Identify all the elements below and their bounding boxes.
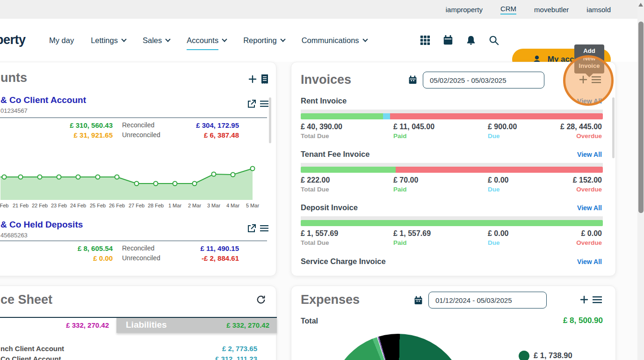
invoice-stacked-bar [301, 113, 603, 119]
bar-overdue-segment [396, 167, 603, 173]
x-axis-tick-label: 24 Feb [70, 203, 86, 208]
click-highlight-circle [563, 55, 614, 106]
view-all-link[interactable]: View All [577, 258, 602, 265]
data-point-marker [193, 182, 197, 186]
balance-row-label: nch Client Account [0, 345, 64, 353]
nav-item-accounts[interactable]: Accounts [187, 36, 226, 45]
tab-assets[interactable]: £ 332, 270.42 [0, 318, 116, 333]
view-all-link[interactable]: View All [577, 204, 602, 212]
calendar-icon[interactable] [414, 296, 423, 305]
scrollbar-thumb[interactable] [638, 22, 644, 213]
tab-liabilities[interactable]: Liabilities £ 332, 270.42 [116, 318, 277, 333]
data-point-marker [135, 182, 139, 186]
account-number: 01234567 [0, 107, 28, 114]
main-nav: perty My day Lettings Sales Accounts Rep… [0, 19, 637, 62]
link-crm[interactable]: CRM [500, 5, 516, 15]
x-axis-tick-label: 26 Feb [109, 203, 125, 208]
panel-scrollbar[interactable] [269, 97, 271, 143]
total-due-label: Total Due [301, 186, 329, 193]
data-point-marker [38, 175, 42, 179]
legend-value: £ 1, 738.90 [534, 351, 572, 360]
chevron-down-icon [362, 37, 368, 42]
refresh-icon[interactable] [256, 294, 266, 305]
data-point-marker [251, 167, 255, 171]
invoices-date-range-input[interactable] [423, 72, 544, 88]
paid-value: £ 11, 045.00 [393, 123, 434, 131]
data-point-marker [173, 182, 177, 186]
notifications-bell-icon[interactable] [466, 35, 476, 45]
unreconciled-label: Unreconciled [122, 254, 160, 262]
add-expense-icon[interactable] [580, 295, 588, 304]
menu-icon[interactable] [260, 101, 268, 107]
overdue-value: £ 152.00 [573, 176, 602, 184]
due-value: £ 0.00 [488, 229, 508, 238]
funds-value: £ 31, 921.65 [74, 131, 113, 139]
x-axis-tick-label: 23 Feb [51, 203, 67, 208]
page-scrollbar[interactable] [637, 0, 644, 360]
balance-row-label: Co Client Account [0, 355, 61, 360]
data-point-marker [57, 175, 61, 179]
data-point-marker [76, 175, 80, 179]
scroll-up-arrow-icon[interactable] [638, 3, 643, 7]
panel-actions [248, 74, 268, 84]
balance-sheet-tabs: £ 332, 270.42 Liabilities £ 332, 270.42 [0, 317, 277, 332]
unreconciled-value: £ 6, 387.48 [204, 131, 239, 139]
data-point-marker [154, 182, 158, 186]
balance-row: Co Client Account £ 312, 111.23 [0, 355, 267, 360]
calendar-icon[interactable] [408, 75, 417, 85]
total-due-value: £ 222.00 [301, 176, 330, 184]
total-value: £ 8, 500.90 [563, 316, 603, 325]
paid-label: Paid [393, 239, 407, 246]
invoice-group-title: Service Charge Invoice [301, 257, 386, 266]
due-label: Due [488, 186, 500, 193]
search-icon[interactable] [489, 35, 499, 45]
external-link-icon[interactable] [247, 100, 256, 108]
x-axis-tick-label: 5 Mar [246, 203, 259, 208]
expenses-date-range-input[interactable] [428, 292, 547, 309]
reconciled-value: £ 304, 172.95 [196, 121, 239, 129]
bar-due-segment [383, 113, 390, 119]
menu-icon[interactable] [260, 225, 268, 232]
calendar-icon[interactable] [443, 35, 453, 45]
top-bar: iamproperty CRM movebutler iamsold [0, 0, 637, 19]
assets-total: £ 332, 270.42 [66, 321, 109, 329]
balance-sheet-panel: ce Sheet £ 332, 270.42 Liabilities £ 332… [0, 286, 276, 360]
chevron-down-icon [121, 37, 126, 42]
nav-item-lettings[interactable]: Lettings [91, 36, 126, 45]
unreconciled-value: -£ 2, 884.61 [202, 254, 239, 262]
account-funds-row: £ 8, 605.54 Reconciled £ 11, 490.15 [0, 244, 267, 253]
logo[interactable]: perty [0, 33, 27, 50]
account-name[interactable]: & Co Client Account [0, 95, 86, 105]
account-funds-row: l Funds £ 0.00 Unreconciled -£ 2, 884.61 [0, 254, 267, 263]
x-axis-tick-label: Feb [0, 203, 8, 208]
chevron-down-icon [222, 37, 227, 42]
apps-grid-icon[interactable] [420, 35, 430, 45]
link-iamsold[interactable]: iamsold [586, 6, 611, 14]
external-link-icon[interactable] [247, 224, 256, 233]
link-movebutler[interactable]: movebutler [534, 6, 569, 14]
account-name[interactable]: & Co Held Deposits [0, 220, 83, 230]
menu-icon[interactable] [593, 296, 602, 303]
view-all-link[interactable]: View All [577, 151, 602, 158]
receipt-icon[interactable] [261, 74, 268, 84]
nav-item-my-day[interactable]: My day [49, 36, 74, 45]
panel-scrollbar[interactable] [612, 97, 615, 158]
total-due-value: £ 1, 557.69 [301, 229, 338, 238]
total-funds-value: £ 310, 560.43 [70, 121, 113, 129]
account-actions [247, 100, 268, 108]
x-axis-tick-label: 3 Mar [207, 203, 220, 208]
client-accounts-panel: unts & Co Client Account 01234567 £ 310,… [0, 62, 276, 276]
account-funds-row: l Funds £ 31, 921.65 Unreconciled £ 6, 3… [0, 131, 267, 140]
chevron-down-icon [280, 37, 285, 42]
link-iamproperty[interactable]: iamproperty [446, 6, 483, 14]
nav-item-reporting[interactable]: Reporting [243, 36, 285, 45]
logo-text: perty [0, 33, 26, 47]
reconciled-label: Reconciled [122, 121, 154, 129]
nav-item-communications[interactable]: Communications [302, 36, 367, 45]
nav-item-sales[interactable]: Sales [143, 36, 170, 45]
client-accounts-title: unts [0, 71, 27, 85]
total-due-value: £ 40, 390.00 [301, 123, 342, 131]
data-point-marker [212, 172, 216, 176]
add-icon[interactable] [248, 75, 257, 83]
total-due-label: Total Due [301, 132, 329, 140]
